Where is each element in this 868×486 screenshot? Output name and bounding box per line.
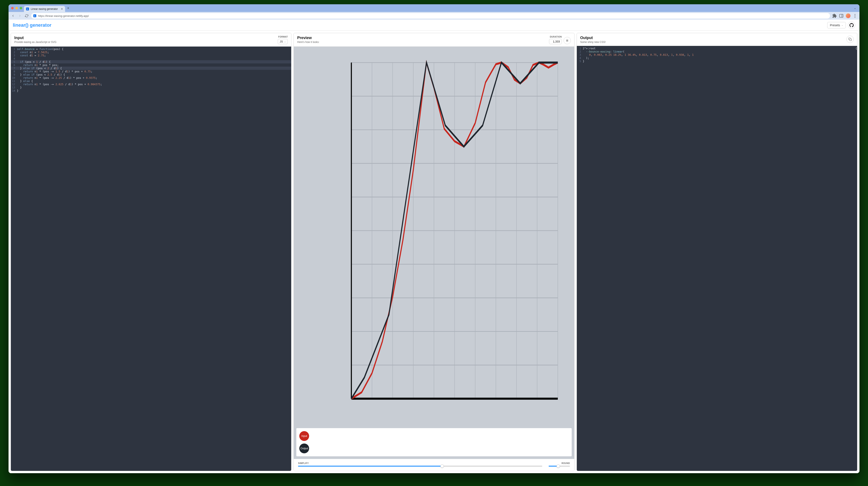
- app-header: linear() generator Presets ⌄: [8, 20, 860, 31]
- preview-panel-header: Preview Here's how it looks: DURATION 1,…: [294, 33, 574, 47]
- pause-icon: [566, 39, 569, 42]
- animation-demo: Input Output: [296, 428, 571, 456]
- code-line: 4 );: [577, 56, 857, 60]
- svg-rect-31: [850, 39, 851, 41]
- svg-point-4: [855, 17, 856, 18]
- input-panel-header: Input Provide easing as JavaScript or SV…: [11, 33, 291, 47]
- preview-body: Input Output: [294, 47, 574, 459]
- window-controls: [10, 7, 24, 9]
- close-tab-icon[interactable]: ✕: [61, 7, 63, 10]
- simplify-slider-group: SIMPLIFY: [298, 462, 542, 466]
- code-line: 1self.bounce = function(pos) {: [11, 48, 291, 51]
- preview-panel: Preview Here's how it looks: DURATION 1,…: [293, 33, 574, 471]
- pause-button[interactable]: [564, 37, 571, 44]
- back-button[interactable]: [11, 13, 16, 18]
- main-content: Input Provide easing as JavaScript or SV…: [8, 31, 860, 473]
- code-line: 11 } else {: [11, 80, 291, 83]
- github-icon: [849, 23, 854, 27]
- svg-rect-6: [567, 39, 568, 41]
- close-window-button[interactable]: [11, 7, 14, 9]
- duration-input[interactable]: 1,333: [549, 39, 562, 44]
- preview-subtitle: Here's how it looks:: [297, 40, 546, 43]
- code-line: 10 return n1 * (pos -= 2.25 / d1) * pos …: [11, 76, 291, 80]
- format-label: FORMAT: [278, 36, 288, 38]
- forward-button[interactable]: [18, 13, 22, 18]
- svg-rect-5: [566, 39, 567, 41]
- slider-row: SIMPLIFY ROUND: [294, 459, 574, 471]
- code-line: 3 const d1 = 2.75;: [11, 54, 291, 57]
- round-slider-group: ROUND: [549, 462, 570, 466]
- output-code-viewer[interactable]: 12">:root {2 --bounce-easing: linear(3 0…: [577, 46, 857, 471]
- favicon-icon: L: [26, 7, 29, 10]
- code-line: 5 if (pos < 1 / d1) {: [11, 60, 291, 63]
- input-title: Input: [14, 36, 275, 40]
- browser-window: L Linear easing generator ✕ + ⌄ L https:…: [8, 4, 860, 473]
- app-logo: linear() generator: [13, 23, 52, 28]
- tab-title: Linear easing generator: [31, 7, 58, 10]
- output-panel: Output Some shiny new CSS! 12">:root {2 …: [577, 33, 857, 471]
- round-slider[interactable]: [549, 466, 570, 466]
- browser-menu-icon[interactable]: [852, 13, 857, 18]
- code-line: 2 const n1 = 7.5625;: [11, 51, 291, 54]
- browser-tab[interactable]: L Linear easing generator ✕: [24, 6, 65, 12]
- code-line: 12 return n1 * (pos -= 2.625 / d1) * pos…: [11, 83, 291, 86]
- duration-label: DURATION: [550, 36, 562, 38]
- preview-title: Preview: [297, 36, 546, 40]
- profile-avatar[interactable]: [846, 13, 850, 18]
- easing-graph: [296, 49, 571, 426]
- code-line: 8 return n1 * (pos -= 1.5 / d1) * pos + …: [11, 70, 291, 73]
- code-line: 5}: [577, 60, 857, 63]
- code-line: 2 --bounce-easing: linear(: [577, 50, 857, 53]
- input-subtitle: Provide easing as JavaScript or SVG: [14, 40, 275, 43]
- simplify-label: SIMPLIFY: [298, 462, 542, 464]
- svg-point-2: [855, 14, 856, 15]
- svg-rect-0: [840, 14, 843, 18]
- new-tab-button[interactable]: +: [67, 6, 69, 10]
- code-line: 3 0, 0.063, 0.25 18.2%, 1 36.4%, 0.813, …: [577, 53, 857, 56]
- format-select[interactable]: JS ⌄: [278, 39, 288, 44]
- code-line: 6 return n1 * pos * pos;: [11, 63, 291, 67]
- copy-button[interactable]: [846, 36, 854, 43]
- copy-icon: [848, 38, 852, 41]
- maximize-window-button[interactable]: [20, 7, 22, 9]
- simplify-slider[interactable]: [298, 466, 542, 466]
- input-code-editor[interactable]: 1self.bounce = function(pos) {2 const n1…: [11, 47, 291, 471]
- chevron-down-icon: ⌄: [841, 24, 843, 26]
- input-ball: Input: [299, 431, 309, 441]
- github-link[interactable]: [848, 22, 855, 29]
- code-line: 13 }: [11, 86, 291, 89]
- presets-label: Presets: [830, 24, 840, 27]
- code-line: 4: [11, 57, 291, 60]
- code-line: 7 } else if (pos < 2 / d1) {: [11, 67, 291, 70]
- browser-tab-bar: L Linear easing generator ✕ + ⌄: [8, 4, 860, 12]
- format-value: JS: [280, 40, 283, 43]
- output-subtitle: Some shiny new CSS!: [580, 40, 844, 43]
- output-title: Output: [580, 36, 844, 40]
- output-panel-header: Output Some shiny new CSS!: [577, 33, 857, 46]
- site-info-icon[interactable]: L: [33, 14, 36, 17]
- tab-overflow-icon[interactable]: ⌄: [854, 7, 858, 10]
- presets-dropdown[interactable]: Presets ⌄: [827, 22, 846, 28]
- svg-point-3: [855, 16, 856, 16]
- side-panel-icon[interactable]: [839, 13, 844, 18]
- reload-button[interactable]: [24, 13, 29, 18]
- code-line: 9 } else if (pos < 2.5 / d1) {: [11, 73, 291, 76]
- extensions-icon[interactable]: [832, 13, 837, 18]
- code-line: 12">:root {: [577, 47, 857, 50]
- code-line: 14}: [11, 89, 291, 92]
- input-panel: Input Provide easing as JavaScript or SV…: [11, 33, 291, 471]
- url-field[interactable]: L https://linear-easing-generator.netlif…: [31, 13, 830, 19]
- minimize-window-button[interactable]: [16, 7, 18, 9]
- browser-address-bar: L https://linear-easing-generator.netlif…: [8, 12, 860, 20]
- url-text: https://linear-easing-generator.netlify.…: [38, 14, 89, 18]
- output-ball: Output: [299, 444, 309, 453]
- round-label: ROUND: [549, 462, 570, 464]
- chevron-down-icon: ⌄: [284, 40, 286, 43]
